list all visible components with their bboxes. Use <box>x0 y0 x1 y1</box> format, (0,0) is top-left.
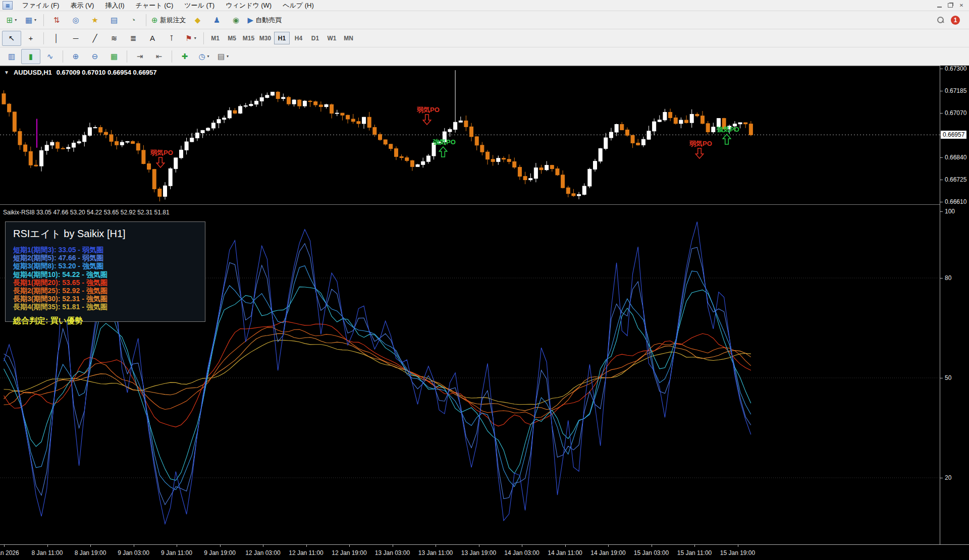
new-order-icon: ⊕ <box>151 16 158 24</box>
timeframe-mn[interactable]: MN <box>341 32 356 44</box>
dropdown-caret-icon[interactable]: ▾ <box>227 54 229 59</box>
menu-item-6[interactable]: ヘルプ (H) <box>277 0 319 12</box>
tile-windows-button[interactable]: ▦ <box>104 49 124 64</box>
fibonacci-icon: ≣ <box>130 34 137 42</box>
toolbar-separator <box>146 14 146 26</box>
timeframe-w1[interactable]: W1 <box>324 32 340 44</box>
candlestick-chart-button[interactable]: ▮ <box>21 49 40 64</box>
auto-scroll-button[interactable]: ⇥ <box>130 49 149 64</box>
rsi-line-readout-5: 長期2(期間25): 52.92 - 強気圏 <box>13 287 197 295</box>
restore-icon[interactable] <box>947 3 954 9</box>
standard-toolbar-buttons: ⊞▾▦▾⇅◎★▤◔⊕新規注文◆♟◉▶自動売買 <box>2 13 284 28</box>
rsi-axis-label: 100 <box>945 208 955 215</box>
dropdown-caret-icon[interactable]: ▾ <box>207 54 209 59</box>
fibonacci-button[interactable]: ≣ <box>124 31 143 46</box>
new-chart-button[interactable]: ⊞▾ <box>2 13 21 28</box>
channel-button[interactable]: ≋ <box>104 31 124 46</box>
profiles-button[interactable]: ▦▾ <box>21 13 40 28</box>
time-tick <box>349 545 350 547</box>
chevron-down-icon[interactable]: ▼ <box>4 70 9 75</box>
horizontal-line-button[interactable]: ─ <box>66 31 85 46</box>
zoom-in-button[interactable]: ⊕ <box>66 49 85 64</box>
rsi-axis-label: 50 <box>945 374 951 381</box>
chart-shift-icon: ⇤ <box>156 52 163 60</box>
close-icon[interactable]: ✕ <box>958 3 965 9</box>
chart-shift-button[interactable]: ⇤ <box>149 49 169 64</box>
text-button[interactable]: A <box>143 31 162 46</box>
minimize-icon[interactable] <box>936 3 943 9</box>
menu-item-0[interactable]: ファイル (F) <box>17 0 65 12</box>
time-tick <box>47 545 48 547</box>
rsi-axis-label: 20 <box>945 474 951 481</box>
dropdown-caret-icon[interactable]: ▾ <box>194 36 196 40</box>
cursor-button[interactable]: ↖ <box>2 31 21 46</box>
notification-badge[interactable]: 1 <box>951 16 960 25</box>
rsi-line-readout-3: 短期4(期間10): 54.22 - 強気圏 <box>13 270 197 278</box>
timeframe-m5[interactable]: M5 <box>224 32 240 44</box>
trendline-button[interactable]: ╱ <box>85 31 104 46</box>
zoom-out-button[interactable]: ⊖ <box>85 49 104 64</box>
price-tick <box>940 91 943 91</box>
price-axis-label: 0.66840 <box>945 154 966 161</box>
bar-chart-button[interactable]: ▥ <box>2 49 21 64</box>
autotrading-button[interactable]: ▶自動売買 <box>246 13 284 28</box>
timeframe-h1[interactable]: H1 <box>274 32 290 44</box>
timeframe-d1[interactable]: D1 <box>307 32 323 44</box>
timeframe-h4[interactable]: H4 <box>291 32 306 44</box>
timeframe-m1[interactable]: M1 <box>207 32 223 44</box>
menu-item-4[interactable]: ツール (T) <box>179 0 220 12</box>
indicators-button[interactable]: ✚ <box>175 49 194 64</box>
dropdown-caret-icon[interactable]: ▾ <box>15 18 17 22</box>
toolbar-separator <box>127 50 127 63</box>
menu-item-5[interactable]: ウィンドウ (W) <box>220 0 277 12</box>
metaeditor-button[interactable]: ◆ <box>188 13 207 28</box>
community-button[interactable]: ♟ <box>207 13 227 28</box>
strategy-tester-button[interactable]: ◔ <box>124 13 143 28</box>
time-axis-label: 13 Jan 11:00 <box>418 549 453 556</box>
window-controls: ✕ <box>936 3 969 9</box>
price-axis-label: 0.67070 <box>945 109 966 117</box>
timeframe-m15[interactable]: M15 <box>241 32 256 44</box>
new-order-button[interactable]: ⊕新規注文 <box>149 13 188 28</box>
data-window-button[interactable]: ◎ <box>66 13 85 28</box>
signals-button[interactable]: ◉ <box>227 13 246 28</box>
time-axis-label: 9 Jan 19:00 <box>204 549 236 556</box>
time-tick <box>652 545 652 547</box>
periods-button[interactable]: ◷▾ <box>194 49 213 64</box>
dropdown-caret-icon[interactable]: ▾ <box>34 18 36 22</box>
vertical-line-button[interactable]: │ <box>47 31 66 46</box>
time-tick <box>522 545 522 547</box>
rsi-tick <box>940 278 943 278</box>
price-axis[interactable]: 0.673000.671850.670700.669570.668400.667… <box>940 66 969 544</box>
metaeditor-icon: ◆ <box>195 16 201 24</box>
terminal-button[interactable]: ▤ <box>104 13 124 28</box>
price-axis-label: 0.66725 <box>945 176 966 183</box>
time-axis-label: 8 Jan 11:00 <box>32 549 63 556</box>
timeframe-m30[interactable]: M30 <box>257 32 273 44</box>
time-axis-label: 13 Jan 03:00 <box>375 549 410 556</box>
time-tick <box>306 545 307 547</box>
search-icon[interactable] <box>937 17 944 23</box>
signals-icon: ◉ <box>233 16 239 24</box>
autotrading-icon: ▶ <box>248 16 254 24</box>
time-axis[interactable]: 8 Jan 20268 Jan 11:008 Jan 19:009 Jan 03… <box>0 544 969 560</box>
time-tick <box>90 545 91 547</box>
menu-item-3[interactable]: チャート (C) <box>130 0 179 12</box>
zoom-out-icon: ⊖ <box>92 52 98 60</box>
menu-item-1[interactable]: 表示 (V) <box>65 0 99 12</box>
rsi-line-readout-6: 長期3(期間30): 52.31 - 強気圏 <box>13 295 197 303</box>
price-chart-canvas[interactable] <box>0 66 940 204</box>
crosshair-button[interactable]: + <box>21 31 40 46</box>
templates-button[interactable]: ▤▾ <box>213 49 233 64</box>
price-tick <box>940 69 943 69</box>
arrows-button[interactable]: ⚑▾ <box>181 31 200 46</box>
text-label-button[interactable]: ⊺ <box>162 31 181 46</box>
navigator-button[interactable]: ★ <box>85 13 104 28</box>
market-watch-button[interactable]: ⇅ <box>47 13 66 28</box>
rsi-tick <box>940 378 943 378</box>
indicators-icon: ✚ <box>182 52 188 60</box>
menu-item-2[interactable]: 挿入(I) <box>99 0 130 12</box>
time-axis-label: 14 Jan 11:00 <box>548 549 582 556</box>
profiles-icon: ▦ <box>25 16 32 24</box>
line-chart-button[interactable]: ∿ <box>40 49 60 64</box>
